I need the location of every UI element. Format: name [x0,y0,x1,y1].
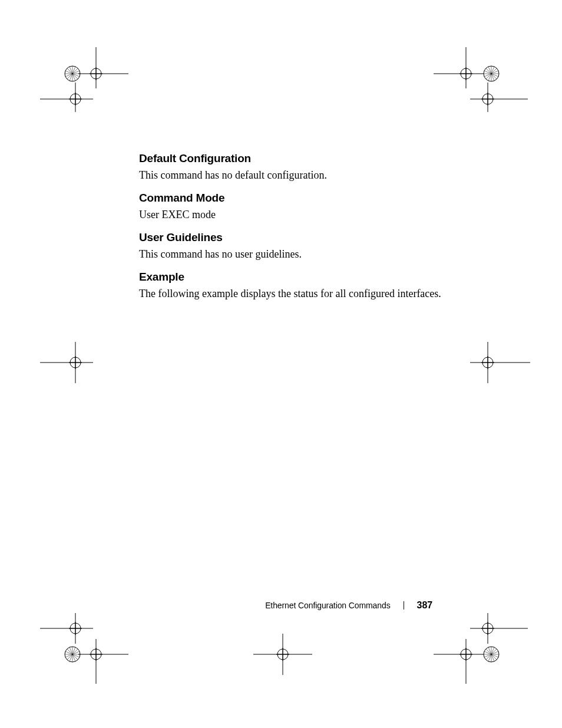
heading-user-guidelines: User Guidelines [139,222,451,247]
svg-point-24 [484,66,499,81]
svg-line-10 [70,67,75,81]
svg-line-64 [70,647,75,661]
body-example: The following example displays the statu… [139,286,451,301]
svg-line-88 [488,647,494,661]
body-default-configuration: This command has no default configuratio… [139,168,451,182]
svg-point-82 [484,647,499,662]
svg-line-66 [65,651,80,657]
footer-chapter-title: Ethernet Configuration Commands [265,601,390,610]
svg-point-45 [482,357,493,368]
page-footer: Ethernet Configuration Commands 387 [265,600,432,611]
registration-mark-icon [40,613,128,684]
svg-line-27 [486,68,497,79]
registration-mark-icon [434,47,528,112]
svg-point-58 [65,647,80,662]
registration-mark-icon [465,342,530,383]
svg-line-29 [488,67,494,81]
registration-mark-icon [434,613,528,684]
body-user-guidelines: This command has no user guidelines. [139,247,451,261]
body-command-mode: User EXEC mode [139,207,451,222]
registration-mark-icon [40,47,128,112]
svg-point-50 [70,623,81,634]
svg-line-28 [486,68,497,79]
svg-point-74 [482,623,493,634]
svg-line-63 [70,647,75,661]
svg-point-35 [482,94,493,104]
svg-point-40 [70,357,81,368]
svg-line-30 [488,67,494,81]
svg-line-62 [67,649,78,660]
footer-page-number: 387 [417,600,432,611]
heading-example: Example [139,261,451,286]
svg-line-31 [484,71,498,77]
svg-line-61 [67,649,78,660]
page-content: Default Configuration This command has n… [139,152,451,301]
svg-point-21 [461,68,471,79]
footer-separator [404,601,404,610]
svg-line-12 [65,71,80,77]
svg-line-85 [486,649,497,660]
svg-point-69 [277,649,288,660]
svg-line-86 [486,649,497,660]
svg-line-11 [70,67,75,81]
svg-line-32 [484,71,498,77]
svg-line-65 [65,651,80,657]
svg-line-90 [484,651,498,657]
registration-mark-icon [40,342,99,383]
svg-point-79 [461,649,471,660]
heading-command-mode: Command Mode [139,182,451,207]
svg-line-8 [67,68,78,79]
heading-default-configuration: Default Configuration [139,152,451,168]
svg-point-16 [70,94,81,104]
svg-line-9 [67,68,78,79]
svg-line-89 [484,651,498,657]
svg-point-55 [91,649,101,660]
registration-mark-icon [253,634,312,675]
svg-point-5 [65,66,80,81]
svg-line-87 [488,647,494,661]
svg-line-13 [65,71,80,77]
svg-point-2 [91,68,101,79]
